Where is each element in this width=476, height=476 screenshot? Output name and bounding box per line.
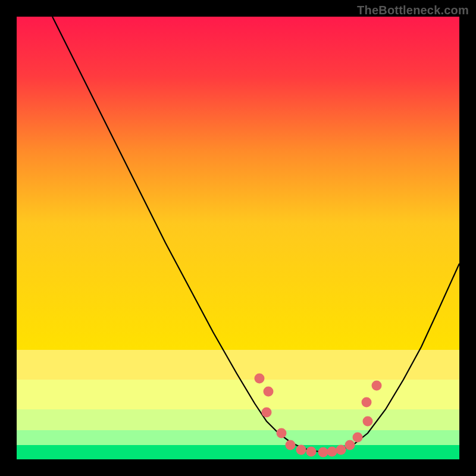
data-dot [296,445,306,455]
svg-rect-0 [17,17,459,350]
data-dot [362,397,372,408]
data-dot [318,447,328,458]
data-dot [306,447,317,457]
data-dot [336,445,346,455]
data-dot [262,408,272,418]
data-dot [286,440,296,450]
chart-frame [17,17,459,459]
data-dot [372,381,382,391]
data-dot [345,440,355,450]
svg-rect-5 [17,445,459,459]
gradient-background [17,17,459,459]
svg-rect-2 [17,380,459,409]
data-dot [363,416,373,427]
data-dot [264,387,274,397]
svg-rect-3 [17,409,459,430]
data-dot [327,447,337,457]
data-dot [255,374,265,384]
data-dot [353,433,363,443]
attribution-text: TheBottleneck.com [357,4,469,17]
bottleneck-curve-chart [17,17,459,459]
data-dot [277,428,287,439]
svg-rect-4 [17,430,459,445]
